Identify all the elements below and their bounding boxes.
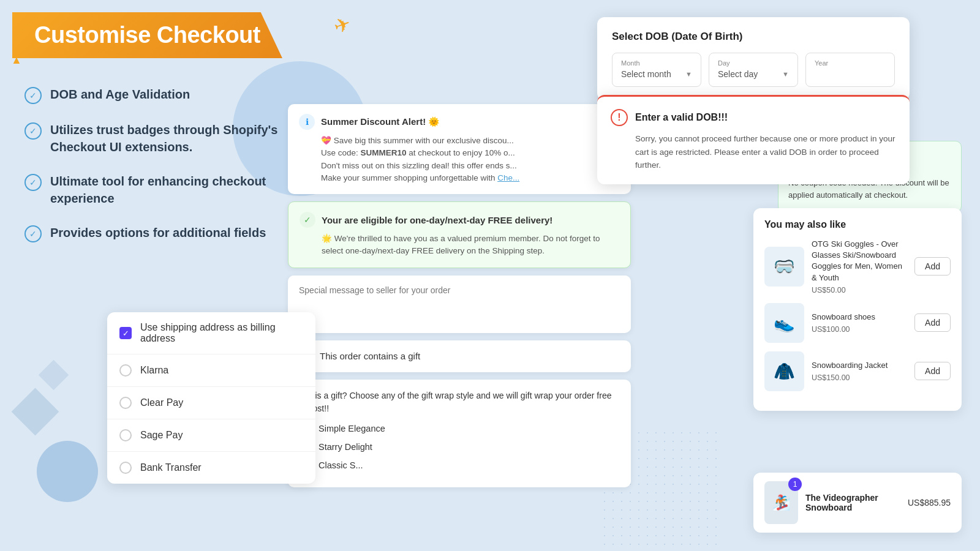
month-chevron-icon: ▼ [685,70,692,78]
klarna-radio[interactable] [119,364,132,377]
dob-fields: Month Select month ▼ Day Select day ▼ Ye… [612,53,895,87]
gift-option-label-starry: Starry Delight [318,442,372,452]
error-title: Enter a valid DOB!!! [635,112,728,123]
feature-item-2: ✓ Utilizes trust badges through Shopify'… [24,121,288,156]
payment-panel: ✓ Use shipping address as billing addres… [107,312,315,484]
day-chevron-icon: ▼ [782,70,789,78]
gift-option-label-simple: Simple Elegance [318,424,385,433]
feature-item-4: ✓ Provides options for additional fields [24,224,288,242]
clearpay-row[interactable]: Clear Pay [107,387,315,419]
bank-transfer-label: Bank Transfer [140,462,202,473]
clearpay-label: Clear Pay [140,397,183,408]
year-input-wrap[interactable]: Year [805,53,895,87]
klarna-row[interactable]: Klarna [107,354,315,387]
feature-text-1: DOB and Age Validation [50,86,190,103]
add-button-3[interactable]: Add [914,362,951,380]
feature-item-3: ✓ Ultimate tool for enhancing checkout e… [24,173,288,207]
klarna-label: Klarna [140,365,168,376]
add-button-2[interactable]: Add [914,313,951,332]
feature-check-icon-4: ✓ [24,225,42,242]
gift-checkbox-label: This order contains a gift [320,351,420,361]
bank-transfer-row[interactable]: Bank Transfer [107,452,315,484]
bg-diamond-small [39,360,69,390]
cart-product-image: 🏂 1 [764,481,798,524]
day-value: Select day ▼ [718,69,789,79]
product-img-2: 👟 [764,303,804,343]
page-title: Customise Checkout [34,22,260,48]
cart-product-name: The Videographer Snowboard [805,493,900,512]
alert-title-1: Summer Discount Alert! 🌞 [321,116,440,127]
sagepay-row[interactable]: Sage Pay [107,419,315,452]
month-select[interactable]: Month Select month ▼ [612,53,701,87]
product-info-3: Snowboarding Jacket US$150.00 [812,360,907,382]
billing-checkbox[interactable]: ✓ [119,327,132,339]
month-value: Select month ▼ [621,69,692,79]
gift-checkbox-row[interactable]: This order contains a gift [288,340,631,372]
free-delivery-alert: ✓ Your are eligible for one-day/next-day… [288,201,631,268]
bg-circle-small [37,441,98,502]
gift-option-label-classic: Classic S... [318,460,363,470]
dob-panel: Select DOB (Date Of Birth) Month Select … [597,17,910,100]
product-info-1: OTG Ski Goggles - Over Glasses Ski/Snowb… [812,239,907,294]
cart-product-price: US$885.95 [908,498,951,508]
dob-title: Select DOB (Date Of Birth) [612,31,895,43]
gift-option-simple[interactable]: Simple Elegance [299,422,620,435]
year-label: Year [815,59,886,67]
product-price-1: US$50.00 [812,286,907,294]
error-header: ! Enter a valid DOB!!! [611,109,896,126]
gift-wrap-title: Is this a gift? Choose any of the gift w… [299,389,620,415]
month-placeholder: Select month [621,69,671,79]
message-area[interactable] [288,276,631,333]
product-item-3: 🧥 Snowboarding Jacket US$150.00 Add [764,351,951,391]
gift-option-starry[interactable]: Starry Delight [299,441,620,453]
feature-check-icon-1: ✓ [24,87,42,104]
product-name-1: OTG Ski Goggles - Over Glasses Ski/Snowb… [812,239,907,283]
checkout-area: ℹ Summer Discount Alert! 🌞 💝 Save big th… [288,104,631,487]
feature-check-icon-2: ✓ [24,122,42,140]
product-name-2: Snowboard shoes [812,312,907,323]
cart-bottom-item: 🏂 1 The Videographer Snowboard US$885.95 [753,473,962,533]
add-button-1[interactable]: Add [914,257,951,276]
summer-discount-alert: ℹ Summer Discount Alert! 🌞 💝 Save big th… [288,104,631,194]
product-item-2: 👟 Snowboard shoes US$100.00 Add [764,303,951,343]
alert-header-1: ℹ Summer Discount Alert! 🌞 [299,114,620,130]
product-item-1: 🥽 OTG Ski Goggles - Over Glasses Ski/Sno… [764,239,951,294]
year-input[interactable] [815,70,886,80]
alert-link[interactable]: Che... [497,173,519,182]
info-icon-1: ℹ [299,114,315,130]
day-placeholder: Select day [718,69,758,79]
you-may-like-title: You may also like [764,219,951,230]
feature-text-4: Provides options for additional fields [50,224,266,241]
product-info-2: Snowboard shoes US$100.00 [812,312,907,334]
clearpay-radio[interactable] [119,397,132,409]
alert-body-2: 🌟 We're thrilled to have you as a valued… [322,233,619,258]
product-price-2: US$100.00 [812,325,907,334]
product-img-3: 🧥 [764,351,804,391]
day-select[interactable]: Day Select day ▼ [709,53,798,87]
billing-address-row[interactable]: ✓ Use shipping address as billing addres… [107,312,315,354]
billing-label: Use shipping address as billing address [140,322,303,344]
you-may-like-panel: You may also like 🥽 OTG Ski Goggles - Ov… [753,208,962,411]
message-input[interactable] [288,276,631,331]
bg-diamond [12,388,59,436]
header-arrow-icon: ✈ [330,12,353,39]
alert-title-2: Your are eligible for one-day/next-day F… [322,215,552,225]
cart-badge: 1 [788,478,802,491]
error-body: Sorry, you cannot proceed further becaus… [635,132,896,172]
feature-text-2: Utilizes trust badges through Shopify's … [50,121,288,156]
day-label: Day [718,59,789,67]
gift-option-classic[interactable]: Classic S... [299,459,620,471]
feature-text-3: Ultimate tool for enhancing checkout exp… [50,173,288,207]
error-panel: ! Enter a valid DOB!!! Sorry, you cannot… [597,95,910,184]
feature-check-icon-3: ✓ [24,174,42,191]
gift-wrap-box: Is this a gift? Choose any of the gift w… [288,380,631,487]
success-icon: ✓ [300,212,315,228]
header-banner: Customise Checkout [12,12,282,58]
alert-body-1: 💝 Save big this summer with our exclusiv… [321,135,620,184]
bank-transfer-radio[interactable] [119,462,132,474]
header-arrow-small-icon: ▲ [11,54,22,67]
sagepay-radio[interactable] [119,429,132,441]
alert-header-2: ✓ Your are eligible for one-day/next-day… [300,212,619,228]
feature-list: ✓ DOB and Age Validation ✓ Utilizes trus… [24,86,288,260]
feature-item-1: ✓ DOB and Age Validation [24,86,288,104]
